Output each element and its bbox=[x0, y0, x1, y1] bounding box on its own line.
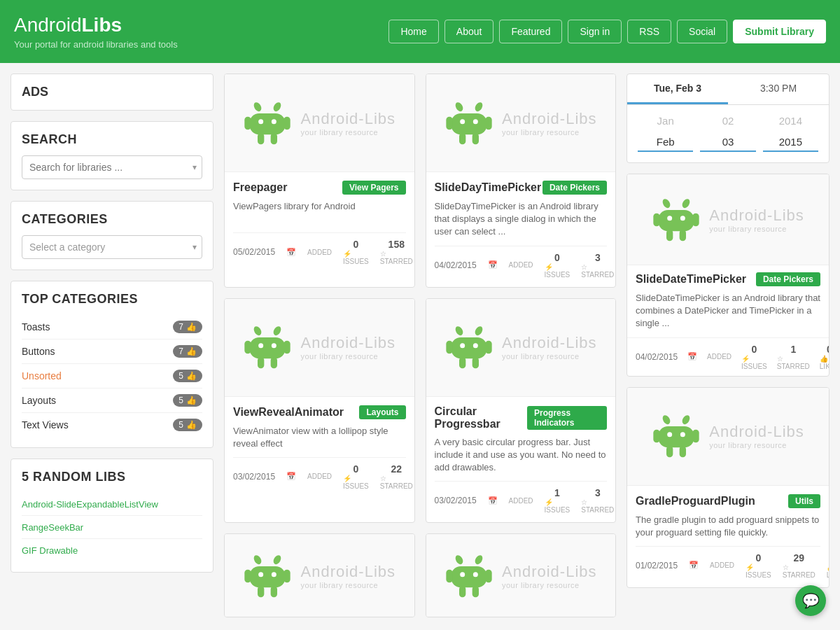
svg-point-71 bbox=[680, 432, 685, 437]
category-link-buttons[interactable]: Buttons bbox=[22, 346, 55, 357]
svg-rect-69 bbox=[680, 446, 686, 457]
lib-title: Circular Progressbar bbox=[435, 405, 528, 430]
random-libs-section: 5 RANDOM LIBS Android-SlideExpandableLis… bbox=[10, 458, 214, 573]
random-libs-heading: 5 RANDOM LIBS bbox=[22, 470, 202, 484]
svg-rect-66 bbox=[654, 430, 660, 443]
category-link-layouts[interactable]: Layouts bbox=[22, 395, 56, 406]
list-item[interactable]: Unsorted 5 👍 bbox=[22, 364, 202, 388]
svg-point-28 bbox=[473, 325, 484, 337]
category-select[interactable]: Select a category bbox=[22, 235, 202, 259]
date-picker-body: Jan 02 2014 Feb 03 bbox=[627, 105, 829, 162]
lib-card-header: Freepager View Pagers bbox=[233, 181, 406, 195]
stat-date: 03/02/2015 bbox=[435, 496, 477, 505]
library-grid: Android-Libs your library resource Freep… bbox=[224, 74, 616, 617]
submit-library-button[interactable]: Submit Library bbox=[733, 20, 826, 43]
svg-rect-12 bbox=[446, 116, 452, 130]
svg-rect-30 bbox=[446, 341, 452, 354]
nav-featured[interactable]: Featured bbox=[499, 20, 562, 43]
svg-rect-42 bbox=[271, 586, 277, 597]
date-row-current: Feb 03 2015 bbox=[634, 133, 822, 152]
nav-home[interactable]: Home bbox=[388, 20, 438, 43]
category-badge-layouts: 5 👍 bbox=[173, 394, 202, 407]
svg-rect-14 bbox=[459, 133, 465, 144]
lib-card-body: GradleProguardPlugin Utils The gradle pl… bbox=[627, 486, 829, 587]
nav-rss[interactable]: RSS bbox=[627, 20, 671, 43]
svg-point-25 bbox=[259, 343, 264, 348]
svg-rect-29 bbox=[451, 337, 486, 358]
svg-rect-59 bbox=[666, 230, 673, 241]
sidebar: ADS SEARCH ▾ CATEGORIES Select a categor… bbox=[10, 74, 214, 617]
svg-point-53 bbox=[473, 572, 478, 577]
logo: AndroidLibs Your portal for android libr… bbox=[14, 14, 178, 50]
random-lib-link-2[interactable]: GIF Drawable bbox=[22, 545, 78, 556]
search-input[interactable] bbox=[22, 155, 202, 179]
tab-date[interactable]: Tue, Feb 3 bbox=[627, 74, 728, 104]
calendar-icon: 📅 bbox=[488, 260, 498, 270]
svg-point-55 bbox=[681, 197, 692, 209]
stat-date: 03/02/2015 bbox=[233, 472, 275, 482]
svg-rect-15 bbox=[472, 133, 479, 144]
svg-rect-31 bbox=[485, 341, 491, 354]
year-current: 2015 bbox=[760, 133, 822, 152]
lib-tag[interactable]: Layouts bbox=[359, 405, 405, 419]
nav-social[interactable]: Social bbox=[677, 20, 727, 43]
date-row-prev: Jan 02 2014 bbox=[634, 112, 822, 130]
svg-rect-48 bbox=[446, 569, 452, 582]
category-link-toasts[interactable]: Toasts bbox=[22, 321, 50, 332]
lib-tag[interactable]: Utils bbox=[788, 494, 820, 508]
category-link-textviews[interactable]: Text Views bbox=[22, 419, 69, 430]
svg-rect-58 bbox=[693, 213, 699, 226]
day-prev: 02 bbox=[696, 112, 759, 130]
svg-rect-6 bbox=[271, 133, 277, 144]
svg-rect-68 bbox=[666, 446, 673, 457]
lib-card-header: ViewRevealAnimator Layouts bbox=[233, 405, 406, 419]
stat-issues: 0 ⚡ ISSUES bbox=[746, 552, 771, 579]
nav-about[interactable]: About bbox=[444, 20, 494, 43]
svg-rect-56 bbox=[659, 210, 694, 231]
svg-point-64 bbox=[681, 414, 692, 426]
svg-rect-65 bbox=[659, 426, 694, 447]
lib-tag[interactable]: View Pagers bbox=[342, 181, 406, 195]
date-time-tabs: Tue, Feb 3 3:30 PM bbox=[627, 74, 829, 105]
stat-starred: 29 ☆ STARRED bbox=[783, 552, 816, 579]
category-link-unsorted[interactable]: Unsorted bbox=[22, 370, 62, 382]
random-lib-link-1[interactable]: RangeSeekBar bbox=[22, 522, 83, 533]
svg-rect-57 bbox=[654, 213, 660, 226]
lib-card-slidedaytimepicker: Android-Libs your library resource Slide… bbox=[426, 74, 617, 288]
svg-rect-32 bbox=[459, 357, 465, 368]
day-current: 03 bbox=[696, 133, 759, 152]
featured-lib-tag[interactable]: Date Pickers bbox=[756, 272, 820, 286]
lib-logo-text: Android-Libs your library resource bbox=[300, 563, 396, 589]
category-badge-textviews: 5 👍 bbox=[173, 419, 202, 431]
lib-tag[interactable]: Progress Indicators bbox=[527, 406, 607, 430]
svg-point-27 bbox=[454, 325, 464, 337]
random-lib-link-0[interactable]: Android-SlideExpandableListView bbox=[22, 499, 158, 510]
svg-rect-51 bbox=[472, 586, 479, 597]
list-item[interactable]: Layouts 5 👍 bbox=[22, 388, 202, 413]
list-item[interactable]: Text Views 5 👍 bbox=[22, 413, 202, 437]
svg-point-52 bbox=[460, 572, 465, 577]
lib-card-body: Circular Progressbar Progress Indicators… bbox=[426, 397, 616, 523]
svg-point-18 bbox=[253, 325, 263, 337]
lib-card-image: Android-Libs your library resource bbox=[426, 74, 616, 172]
logo-android-text: Android bbox=[14, 14, 82, 36]
svg-rect-24 bbox=[271, 357, 277, 368]
lib-title: GradleProguardPlugin bbox=[636, 495, 755, 507]
list-item: GIF Drawable bbox=[22, 539, 202, 561]
calendar-icon: 📅 bbox=[689, 561, 699, 570]
tab-time[interactable]: 3:30 PM bbox=[728, 74, 829, 104]
svg-rect-23 bbox=[258, 357, 264, 368]
stat-issues: 0 ⚡ ISSUES bbox=[343, 463, 369, 490]
category-badge-unsorted: 5 👍 bbox=[173, 370, 202, 382]
list-item[interactable]: Buttons 7 👍 bbox=[22, 340, 202, 364]
chat-bubble[interactable]: 💬 bbox=[795, 585, 826, 616]
stat-date: 05/02/2015 bbox=[233, 247, 275, 257]
lib-stats: 03/02/2015 📅 ADDED 1 ⚡ ISSUES 3 ☆ STARRE… bbox=[435, 481, 608, 514]
lib-logo-text: Android-Libs your library resource bbox=[709, 423, 804, 449]
lib-card-bottom-left: Android-Libs your library resource bbox=[224, 533, 415, 617]
lib-card-image: Android-Libs your library resource bbox=[627, 388, 829, 486]
list-item[interactable]: Toasts 7 👍 bbox=[22, 315, 202, 340]
lib-tag[interactable]: Date Pickers bbox=[542, 181, 607, 195]
svg-point-36 bbox=[253, 554, 263, 566]
nav-signin[interactable]: Sign in bbox=[568, 20, 622, 43]
